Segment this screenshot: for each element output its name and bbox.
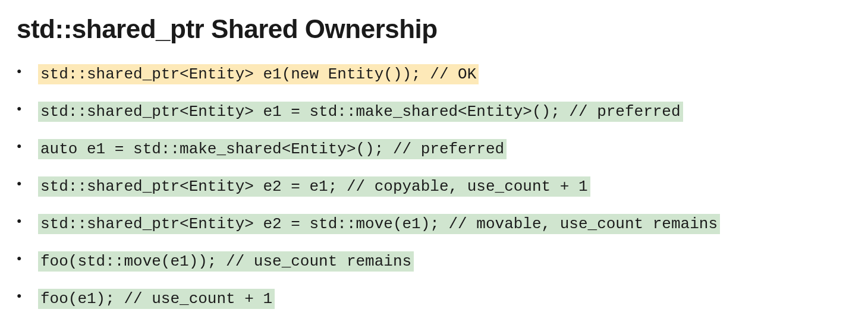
code-snippet: auto e1 = std::make_shared<Entity>(); //… [38, 139, 507, 159]
list-item: std::shared_ptr<Entity> e2 = e1; // copy… [38, 175, 851, 198]
list-item: auto e1 = std::make_shared<Entity>(); //… [38, 138, 851, 161]
code-snippet: foo(e1); // use_count + 1 [38, 289, 275, 309]
list-item: std::shared_ptr<Entity> e1(new Entity())… [38, 63, 851, 86]
code-snippet: std::shared_ptr<Entity> e1 = std::make_s… [38, 102, 683, 122]
list-item: std::shared_ptr<Entity> e2 = std::move(e… [38, 213, 851, 236]
code-list: std::shared_ptr<Entity> e1(new Entity())… [17, 63, 851, 311]
list-item: std::shared_ptr<Entity> e1 = std::make_s… [38, 100, 851, 124]
list-item: foo(std::move(e1)); // use_count remains [38, 250, 851, 273]
code-snippet: foo(std::move(e1)); // use_count remains [38, 251, 414, 272]
code-snippet: std::shared_ptr<Entity> e2 = std::move(e… [38, 214, 720, 234]
code-snippet: std::shared_ptr<Entity> e1(new Entity())… [38, 64, 479, 84]
code-snippet: std::shared_ptr<Entity> e2 = e1; // copy… [38, 176, 590, 197]
list-item: foo(e1); // use_count + 1 [38, 288, 851, 311]
slide-title: std::shared_ptr Shared Ownership [17, 14, 851, 44]
